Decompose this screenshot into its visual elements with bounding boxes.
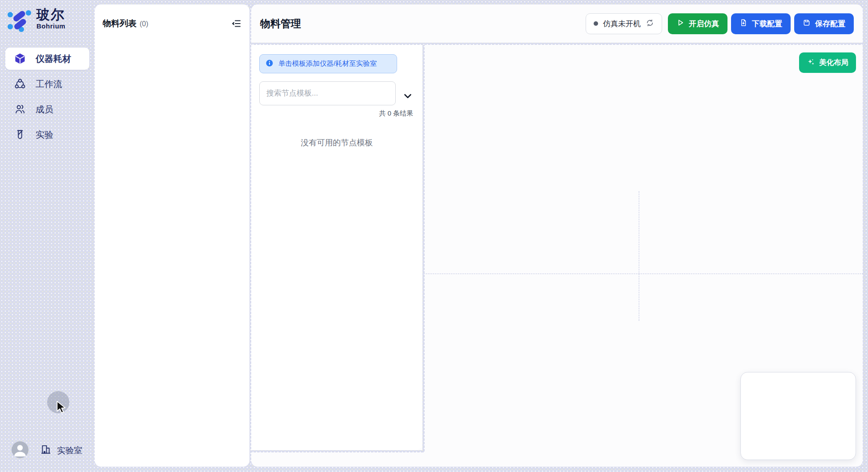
material-list-title: 物料列表 <box>103 19 137 28</box>
beautify-layout-button[interactable]: 美化布局 <box>799 52 856 73</box>
material-list-count: (0) <box>140 20 149 28</box>
main-header: 物料管理 仿真未开机 <box>251 4 863 43</box>
members-icon <box>14 104 26 115</box>
sidebar-item-members[interactable]: 成员 <box>5 98 89 120</box>
material-list-panel: 物料列表(0) <box>95 4 249 467</box>
cube-icon <box>14 53 26 64</box>
page-title: 物料管理 <box>260 17 301 31</box>
canvas-guide-horizontal <box>422 273 863 274</box>
collapse-panel-icon[interactable] <box>231 18 242 29</box>
simulation-status-pill[interactable]: 仿真未开机 <box>586 13 662 34</box>
simulation-status-text: 仿真未开机 <box>603 19 641 29</box>
download-config-button[interactable]: 下载配置 <box>731 13 791 34</box>
save-config-label: 保存配置 <box>815 19 845 29</box>
info-icon <box>265 59 273 69</box>
brand-name: 玻尔 Bohrium <box>36 7 65 30</box>
save-config-button[interactable]: 保存配置 <box>794 13 854 34</box>
material-list-header: 物料列表(0) <box>95 4 249 29</box>
sidebar-bottom: 实验室 <box>0 441 95 461</box>
panel-edge-divider-horizontal <box>251 450 422 452</box>
avatar[interactable] <box>12 441 28 458</box>
sidebar-item-label: 成员 <box>36 104 53 116</box>
template-hint-text: 单击模板添加仪器/耗材至实验室 <box>278 59 377 68</box>
sidebar-nav: 仪器耗材 工作流 <box>5 48 89 149</box>
node-template-panel: 单击模板添加仪器/耗材至实验室 共 0 条结果 没有可用的节点模板 <box>251 45 422 450</box>
panel-edge-divider-vertical <box>422 45 425 452</box>
brand-name-en: Bohrium <box>36 22 65 30</box>
sidebar-item-label: 实验 <box>36 129 53 141</box>
app-root: 玻尔 Bohrium 仪器耗材 <box>0 0 868 472</box>
experiment-icon <box>14 129 26 140</box>
main-content: 物料管理 仿真未开机 <box>251 4 863 467</box>
canvas-guide-vertical <box>639 191 639 321</box>
toolbar: 仿真未开机 <box>586 13 854 34</box>
lab-label: 实验室 <box>57 445 82 456</box>
download-config-label: 下载配置 <box>752 19 782 29</box>
results-count: 共 0 条结果 <box>379 109 413 118</box>
start-simulation-button[interactable]: 开启仿真 <box>668 13 727 34</box>
status-dot-icon <box>594 21 598 26</box>
minimap[interactable] <box>740 372 856 460</box>
save-icon <box>803 19 811 29</box>
building-icon <box>40 444 52 457</box>
sparkles-icon <box>807 58 815 68</box>
cursor-pointer-icon <box>56 400 66 415</box>
bohrium-logo-icon <box>6 7 31 34</box>
sidebar-item-instruments[interactable]: 仪器耗材 <box>5 48 89 70</box>
chevron-down-icon[interactable] <box>402 91 413 101</box>
empty-state-text: 没有可用的节点模板 <box>251 137 422 148</box>
sidebar-item-workflow[interactable]: 工作流 <box>5 73 89 95</box>
start-simulation-label: 开启仿真 <box>689 19 719 29</box>
template-hint-banner: 单击模板添加仪器/耗材至实验室 <box>259 54 397 73</box>
brand-logo[interactable]: 玻尔 Bohrium <box>6 7 65 34</box>
sidebar-item-label: 工作流 <box>36 78 62 90</box>
workflow-icon <box>14 78 26 90</box>
brand-name-zh: 玻尔 <box>36 7 65 22</box>
beautify-layout-label: 美化布局 <box>819 58 848 68</box>
search-input[interactable] <box>259 81 396 105</box>
sidebar-item-label: 仪器耗材 <box>36 53 71 65</box>
material-list-title-row: 物料列表(0) <box>103 18 149 29</box>
play-icon <box>676 19 684 29</box>
sidebar-item-experiments[interactable]: 实验 <box>5 124 89 146</box>
refresh-icon[interactable] <box>646 19 654 29</box>
lab-entry[interactable]: 实验室 <box>40 444 82 457</box>
file-download-icon <box>739 19 747 29</box>
